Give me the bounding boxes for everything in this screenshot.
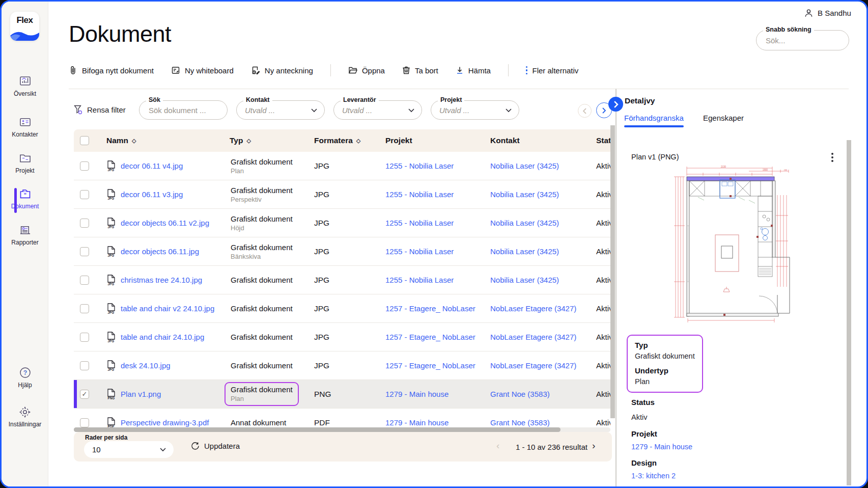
open-button[interactable]: Öppna xyxy=(348,66,385,75)
table-row[interactable]: ✓ JPG decor objects 06.11.jpg Grafiskt d… xyxy=(74,237,610,266)
collapse-panel-button[interactable] xyxy=(608,97,623,112)
column-header-status[interactable]: Status xyxy=(596,136,610,145)
quick-search-input[interactable] xyxy=(757,31,849,50)
contact-link[interactable]: Nobilia Laser (3425) xyxy=(490,161,559,170)
row-checkbox[interactable]: ✓ xyxy=(80,418,89,427)
row-checkbox[interactable]: ✓ xyxy=(80,190,89,199)
delete-button[interactable]: Ta bort xyxy=(402,66,438,75)
sort-icon[interactable]: ◇ xyxy=(356,138,360,144)
new-whiteboard-button[interactable]: Ny whiteboard xyxy=(171,66,234,75)
column-header-kontakt[interactable]: Kontakt xyxy=(490,136,596,145)
select-all-checkbox[interactable]: ✓ xyxy=(80,136,89,145)
sidebar-item-kontakter[interactable]: Kontakter xyxy=(2,115,48,138)
contact-link[interactable]: Nobilia Laser (3425) xyxy=(490,247,559,256)
table-row[interactable]: ✓ PNG Plan v1.png Grafiskt dokumentPlan … xyxy=(74,380,610,409)
flex-logo[interactable]: Flex xyxy=(10,12,39,41)
row-checkbox[interactable]: ✓ xyxy=(80,304,89,313)
document-name-link[interactable]: table and chair 24.10.jpg xyxy=(121,333,204,341)
project-value-link[interactable]: 1279 - Main house xyxy=(631,443,692,451)
row-checkbox[interactable]: ✓ xyxy=(80,390,89,399)
document-name-link[interactable]: Plan v1.png xyxy=(121,390,161,398)
project-link[interactable]: 1255 - Nobilia Laser xyxy=(385,276,454,284)
sidebar-item-rapporter[interactable]: Rapporter xyxy=(2,223,48,246)
document-name-link[interactable]: decor 06.11 v3.jpg xyxy=(121,190,183,199)
column-header-projekt[interactable]: Projekt xyxy=(385,136,490,145)
project-link[interactable]: 1279 - Main house xyxy=(385,418,449,427)
contact-link[interactable]: Grant Noe (3583) xyxy=(490,418,550,427)
column-header-namn[interactable]: Namn◇ xyxy=(101,136,230,145)
contact-link[interactable]: Nobilia Laser (3425) xyxy=(490,219,559,227)
sidebar-item-dokument[interactable]: Dokument xyxy=(2,187,48,210)
sidebar-item-hjalp[interactable]: ? Hjälp xyxy=(2,366,48,389)
contact-link[interactable]: NobLaser Etagere (3427) xyxy=(490,304,576,313)
document-name-link[interactable]: Perspective drawing-3.pdf xyxy=(121,418,209,427)
subtype-value: Plan xyxy=(635,377,695,386)
contact-filter[interactable]: Kontakt Utvald ... xyxy=(236,100,325,120)
contact-link[interactable]: Nobilia Laser (3425) xyxy=(490,276,559,284)
filters-scroll-prev-button[interactable] xyxy=(578,104,592,118)
sidebar-item-installningar[interactable]: Inställningar xyxy=(2,405,48,428)
row-checkbox[interactable]: ✓ xyxy=(80,361,89,370)
sort-icon[interactable]: ◇ xyxy=(246,138,250,144)
table-row[interactable]: ✓ PDF Perspective drawing-3.pdf Annat do… xyxy=(74,409,610,427)
column-header-typ[interactable]: Typ◇ xyxy=(230,136,314,145)
project-link[interactable]: 1257 - Etagere_ NobLaser xyxy=(385,333,475,341)
row-checkbox[interactable]: ✓ xyxy=(80,219,89,228)
document-name-link[interactable]: table and chair v2 24.10.jpg xyxy=(121,304,214,313)
contact-link[interactable]: NobLaser Etagere (3427) xyxy=(490,333,576,341)
row-checkbox[interactable]: ✓ xyxy=(80,333,89,342)
sort-icon[interactable]: ◇ xyxy=(132,138,136,144)
project-link[interactable]: 1255 - Nobilia Laser xyxy=(385,247,454,256)
project-link[interactable]: 1255 - Nobilia Laser xyxy=(385,219,454,227)
table-row[interactable]: ✓ JPG decor objects 06.11 v2.jpg Grafisk… xyxy=(74,209,610,237)
project-link[interactable]: 1257 - Etagere_ NobLaser xyxy=(385,304,475,313)
document-name-link[interactable]: decor objects 06.11.jpg xyxy=(121,247,199,256)
refresh-button[interactable]: Uppdatera xyxy=(191,442,240,450)
search-documents-input[interactable] xyxy=(139,101,227,119)
page-next-button[interactable]: › xyxy=(592,440,595,451)
document-name-link[interactable]: christmas tree 24.10.jpg xyxy=(121,276,202,284)
table-row[interactable]: ✓ JPG christmas tree 24.10.jpg Grafiskt … xyxy=(74,266,610,294)
project-link[interactable]: 1279 - Main house xyxy=(385,390,449,398)
row-checkbox[interactable]: ✓ xyxy=(80,247,89,256)
new-note-label: Ny anteckning xyxy=(265,66,313,75)
row-checkbox[interactable]: ✓ xyxy=(80,161,89,171)
project-filter[interactable]: Projekt Utvald ... xyxy=(431,100,519,120)
table-row[interactable]: ✓ JPG table and chair v2 24.10.jpg Grafi… xyxy=(74,294,610,323)
design-value-link[interactable]: 1-3: kitchen 2 xyxy=(631,472,676,480)
table-row[interactable]: ✓ JPG desk 24.10.jpg Grafiskt dokument J… xyxy=(74,351,610,380)
user-menu[interactable]: B Sandhu xyxy=(804,8,851,18)
document-name-link[interactable]: desk 24.10.jpg xyxy=(121,361,171,370)
tab-egenskaper[interactable]: Egenskaper xyxy=(703,114,744,122)
table-vertical-scrollbar[interactable] xyxy=(610,125,615,418)
more-options-button[interactable]: Fler alternativ xyxy=(526,66,578,75)
page-prev-button[interactable]: ‹ xyxy=(496,440,499,451)
download-button[interactable]: Hämta xyxy=(456,66,491,75)
rows-per-page-select[interactable]: 10 xyxy=(84,441,174,458)
attach-document-button[interactable]: Bifoga nytt dokument xyxy=(69,66,154,75)
preview-options-kebab-icon[interactable] xyxy=(831,153,833,162)
table-row[interactable]: ✓ JPG decor 06.11 v3.jpg Grafiskt dokume… xyxy=(74,180,610,209)
floor-plan-preview[interactable]: 2130 1900 240 xyxy=(673,165,791,325)
project-link[interactable]: 1257 - Etagere_ NobLaser xyxy=(385,361,475,370)
clear-filter-button[interactable]: Rensa filter xyxy=(74,105,126,115)
project-link[interactable]: 1255 - Nobilia Laser xyxy=(385,161,454,170)
project-link[interactable]: 1255 - Nobilia Laser xyxy=(385,190,454,199)
table-row[interactable]: ✓ JPG table and chair 24.10.jpg Grafiskt… xyxy=(74,323,610,351)
new-note-button[interactable]: Ny anteckning xyxy=(251,66,313,75)
column-header-formatera[interactable]: Formatera◇ xyxy=(314,136,385,145)
contact-link[interactable]: Nobilia Laser (3425) xyxy=(490,190,559,199)
contact-link[interactable]: NobLaser Etagere (3427) xyxy=(490,361,576,370)
horizontal-scrollbar[interactable] xyxy=(74,427,610,432)
supplier-filter[interactable]: Leverantör Utvald ... xyxy=(333,100,422,120)
sidebar-item-projekt[interactable]: Projekt xyxy=(2,151,48,174)
table-row[interactable]: ✓ JPG decor 06.11 v4.jpg Grafiskt dokume… xyxy=(74,152,610,180)
document-name-link[interactable]: decor objects 06.11 v2.jpg xyxy=(121,219,209,227)
document-name-link[interactable]: decor 06.11 v4.jpg xyxy=(121,161,183,170)
horizontal-scrollbar-thumb[interactable] xyxy=(74,427,561,432)
row-checkbox[interactable]: ✓ xyxy=(80,276,89,285)
contact-link[interactable]: Grant Noe (3583) xyxy=(490,390,550,398)
panel-vertical-scrollbar[interactable] xyxy=(847,140,851,485)
sidebar-item-oversikt[interactable]: Översikt xyxy=(2,74,48,97)
tab-forhandsgranska[interactable]: Förhandsgranska xyxy=(624,114,684,122)
